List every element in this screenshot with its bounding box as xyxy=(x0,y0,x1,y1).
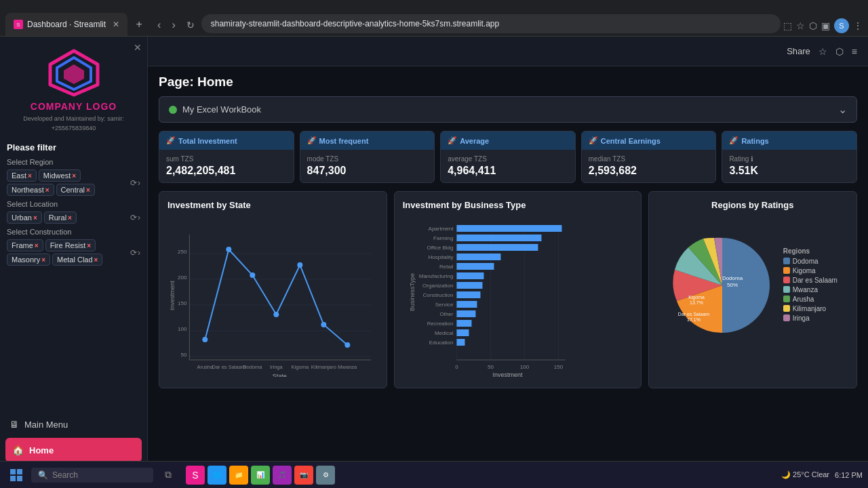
construction-tags: Frame× Fire Resist× Masonry× Metal Clad× xyxy=(7,239,127,266)
tag-urban-remove[interactable]: × xyxy=(33,214,37,222)
construction-label: Select Construction xyxy=(7,228,140,236)
pie-chart-svg: Dodoma 50% Dar es Salaam 17.1% Kigoma 13… xyxy=(668,231,776,340)
browser-tab[interactable]: S Dashboard · Streamlit ✕ xyxy=(5,13,127,36)
svg-text:Dar es Salaam: Dar es Salaam xyxy=(212,364,246,370)
tag-metal-clad[interactable]: Metal Clad× xyxy=(52,253,102,266)
taskbar-app-3[interactable]: 📁 xyxy=(229,466,248,485)
tab-close-icon[interactable]: ✕ xyxy=(113,20,119,29)
logo-container: COMPANY LOGO Developed and Maintained by… xyxy=(0,37,147,138)
workbook-label: My Excel WorkBook xyxy=(182,104,261,115)
filter-heading: Please filter xyxy=(7,142,140,152)
workbook-dropdown[interactable]: My Excel WorkBook ⌄ xyxy=(159,96,857,123)
tag-central[interactable]: Central× xyxy=(56,184,95,196)
back-button[interactable]: ‹ xyxy=(153,17,165,33)
svg-text:250: 250 xyxy=(178,249,187,255)
extensions-icon[interactable]: ⬚ xyxy=(783,20,792,31)
svg-text:150: 150 xyxy=(553,364,563,370)
star-icon[interactable]: ☆ xyxy=(818,46,827,57)
tag-metal-clad-remove[interactable]: × xyxy=(94,256,98,264)
metric-header-3: Central Earnings xyxy=(601,137,660,145)
construction-refresh-icon[interactable]: ⟳ xyxy=(130,248,137,258)
svg-text:Farming: Farming xyxy=(433,235,453,241)
url-bar[interactable]: shamiraty-streamlit-dashboard-descriptiv… xyxy=(201,14,781,33)
region-refresh-icon[interactable]: ⟳ xyxy=(130,178,137,188)
taskbar-search[interactable]: 🔍 Search xyxy=(31,468,153,483)
metric-card-average: 🚀 Average average TZS 4,964,411 xyxy=(440,131,576,183)
rocket-icon-1: 🚀 xyxy=(166,136,176,145)
tag-central-remove[interactable]: × xyxy=(86,186,90,194)
location-expand-icon[interactable]: › xyxy=(138,213,140,222)
bookmark-icon[interactable]: ☆ xyxy=(796,20,805,31)
tab-favicon: S xyxy=(14,20,23,29)
construction-expand-icon[interactable]: › xyxy=(138,248,140,258)
overflow-menu-icon[interactable]: ≡ xyxy=(852,46,857,57)
metric-header-4: Ratings xyxy=(741,137,768,145)
svg-point-22 xyxy=(344,342,350,348)
sidebar-item-home[interactable]: 🏠 Home xyxy=(5,438,142,462)
metric-card-ratings: 🚀 Ratings Rating ℹ 3.51K xyxy=(722,131,857,183)
menu-icon[interactable]: ⋮ xyxy=(853,20,863,31)
filter-section: Please filter Select Region East× Midwes… xyxy=(0,138,147,274)
split-view-icon[interactable]: ▣ xyxy=(821,20,830,31)
tag-urban[interactable]: Urban× xyxy=(7,211,42,224)
new-tab-button[interactable]: + xyxy=(130,16,148,33)
github-icon[interactable]: ⬡ xyxy=(809,20,817,31)
tag-east-remove[interactable]: × xyxy=(28,172,32,180)
svg-text:200: 200 xyxy=(178,274,187,281)
metric-value-2: 4,964,411 xyxy=(448,165,568,177)
svg-text:150: 150 xyxy=(178,300,187,306)
svg-text:Hospitality: Hospitality xyxy=(428,254,453,260)
tag-masonry[interactable]: Masonry× xyxy=(7,253,50,266)
svg-text:100: 100 xyxy=(519,364,529,370)
reload-button[interactable]: ↻ xyxy=(182,18,199,33)
metric-value-0: 2,482,205,481 xyxy=(166,165,287,177)
taskbar-app-2[interactable]: 🌐 xyxy=(208,466,226,485)
svg-rect-74 xyxy=(10,469,16,474)
start-button[interactable] xyxy=(5,465,27,485)
taskbar-app-5[interactable]: 🎵 xyxy=(273,466,292,485)
tag-midwest-remove[interactable]: × xyxy=(72,172,76,180)
tag-masonry-remove[interactable]: × xyxy=(41,256,45,264)
taskbar-app-6[interactable]: 📷 xyxy=(294,466,313,485)
metric-value-3: 2,593,682 xyxy=(589,165,709,177)
sidebar-close-icon[interactable]: ✕ xyxy=(134,42,142,53)
tag-frame-remove[interactable]: × xyxy=(35,242,39,249)
svg-text:Education: Education xyxy=(429,340,454,346)
profile-icon[interactable]: S xyxy=(834,18,849,33)
svg-rect-58 xyxy=(456,301,477,308)
metric-card-most-frequent: 🚀 Most frequent mode TZS 847,300 xyxy=(300,131,435,183)
svg-rect-42 xyxy=(456,225,561,232)
chart-title-business: Investment by Business Type xyxy=(403,200,633,210)
svg-text:50%: 50% xyxy=(727,282,738,288)
svg-rect-48 xyxy=(456,253,500,260)
tag-midwest[interactable]: Midwest× xyxy=(39,169,81,182)
weather-info: 🌙 25°C Clear xyxy=(781,470,829,479)
taskbar-app-1[interactable]: S xyxy=(186,466,205,485)
taskbar-app-7[interactable]: ⚙ xyxy=(316,466,335,485)
tag-frame[interactable]: Frame× xyxy=(7,239,43,251)
task-view-button[interactable]: ⧉ xyxy=(157,465,179,485)
metric-sublabel-1: mode TZS xyxy=(307,155,428,163)
svg-text:Arusha: Arusha xyxy=(197,364,214,370)
sidebar: ✕ COMPANY LOGO Developed and Maintained … xyxy=(0,37,148,488)
metric-card-total-investment: 🚀 Total Investment sum TZS 2,482,205,481 xyxy=(159,131,294,183)
tag-rural-remove[interactable]: × xyxy=(68,214,72,222)
svg-text:Iringa: Iringa xyxy=(270,364,283,370)
tag-east[interactable]: East× xyxy=(7,169,37,182)
forward-button[interactable]: › xyxy=(167,17,179,33)
search-icon: 🔍 xyxy=(38,470,48,480)
taskbar-app-4[interactable]: 📊 xyxy=(251,466,270,485)
tag-northeast-remove[interactable]: × xyxy=(45,186,50,194)
sidebar-item-main-menu[interactable]: 🖥 Main Menu xyxy=(0,412,147,436)
tag-northeast[interactable]: Northeast× xyxy=(7,184,54,196)
tag-fire-resist-remove[interactable]: × xyxy=(87,242,91,249)
tag-fire-resist[interactable]: Fire Resist× xyxy=(45,239,96,251)
region-tags: East× Midwest× Northeast× Central× xyxy=(7,169,127,196)
tag-rural[interactable]: Rural× xyxy=(44,211,77,224)
svg-point-16 xyxy=(202,337,208,342)
share-button[interactable]: Share xyxy=(787,46,810,56)
github-header-icon[interactable]: ⬡ xyxy=(835,46,844,57)
line-chart-svg: Investment 50 100 150 200 250 xyxy=(167,214,378,377)
region-expand-icon[interactable]: › xyxy=(138,178,140,188)
location-refresh-icon[interactable]: ⟳ xyxy=(130,213,137,222)
